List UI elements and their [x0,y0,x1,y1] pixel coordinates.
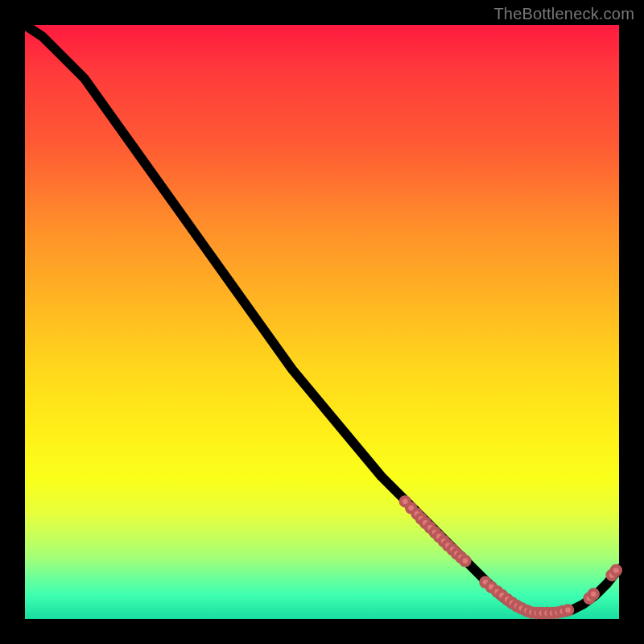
data-dots [401,497,621,617]
bottleneck-curve [25,25,619,613]
data-dot [589,589,598,598]
chart-frame: TheBottleneck.com [0,0,644,644]
data-dot [460,556,469,565]
data-dot [564,605,572,614]
curve-layer [25,25,619,619]
watermark-text: TheBottleneck.com [493,5,634,23]
plot-area [25,25,619,619]
data-dot [612,566,621,575]
